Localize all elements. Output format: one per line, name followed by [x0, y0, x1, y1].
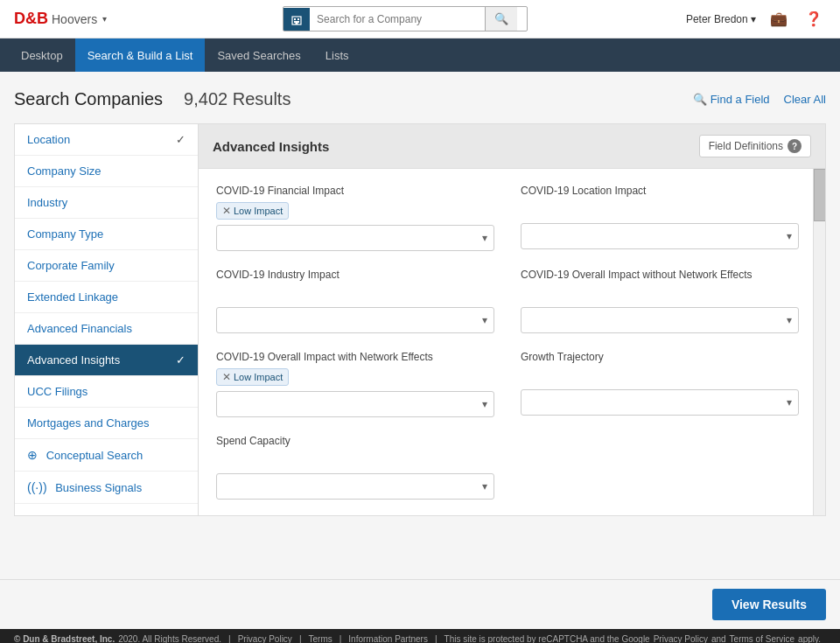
select-covid19-overall-no-network[interactable]	[521, 307, 799, 333]
nav-bar: Desktop Search & Build a List Saved Sear…	[0, 38, 840, 72]
select-wrapper-spend-capacity: ▾	[216, 473, 494, 500]
svg-rect-5	[296, 21, 298, 24]
svg-rect-2	[298, 18, 299, 20]
nav-search-build-list[interactable]: Search & Build a List	[75, 38, 206, 72]
sidebar-label-ucc-filings: UCC Filings	[27, 385, 88, 398]
sidebar-item-extended-linkage[interactable]: Extended Linkage	[15, 282, 198, 313]
panel-body: COVID-19 Financial Impact ✕ Low Impact	[199, 169, 825, 515]
search-submit-button[interactable]: 🔍	[485, 7, 517, 31]
footer-bar: © Dun & Bradstreet, Inc. 2020. All Right…	[0, 629, 840, 643]
nav-desktop[interactable]: Desktop	[9, 38, 75, 72]
sidebar-label-industry: Industry	[27, 196, 67, 209]
results-count: 9,402 Results	[184, 89, 693, 109]
footer-apply: apply.	[798, 634, 821, 643]
label-growth-trajectory: Growth Trajectory	[521, 351, 799, 363]
select-covid19-overall-network[interactable]	[216, 391, 494, 417]
field-definitions-button[interactable]: Field Definitions ?	[699, 135, 811, 157]
select-wrapper-location-impact: ▾	[521, 223, 799, 249]
sidebar-label-extended-linkage: Extended Linkage	[27, 290, 118, 304]
footer-terms-of-service-link[interactable]: Terms of Service	[730, 634, 794, 643]
sidebar-item-ucc-filings[interactable]: UCC Filings	[15, 376, 198, 408]
sidebar-item-mortgages-charges[interactable]: Mortgages and Charges	[15, 408, 198, 439]
sidebar-item-location[interactable]: Location ✓	[15, 124, 198, 156]
tag-row-covid19-industry-impact	[216, 286, 494, 302]
remove-tag-financial-icon[interactable]: ✕	[222, 205, 231, 217]
nav-lists[interactable]: Lists	[313, 38, 361, 72]
page-header: Search Companies 9,402 Results 🔍 Find a …	[14, 89, 826, 109]
scrollbar-track[interactable]	[813, 169, 825, 515]
main-panel: Advanced Insights Field Definitions ? CO…	[199, 124, 825, 515]
search-bar-area: 🔍	[124, 6, 686, 31]
logo-hoovers: Hoovers	[52, 12, 97, 26]
sidebar-item-company-type[interactable]: Company Type	[15, 219, 198, 250]
scrollbar-thumb[interactable]	[814, 169, 825, 221]
footer-privacy-policy-link[interactable]: Privacy Policy	[238, 634, 292, 643]
sidebar-item-conceptual-search[interactable]: ⊕ Conceptual Search	[15, 439, 198, 472]
field-covid19-financial-impact: COVID-19 Financial Impact ✕ Low Impact	[216, 185, 494, 251]
tag-row-spend-capacity	[216, 452, 494, 468]
footer-and: and	[711, 634, 726, 643]
sidebar-label-advanced-insights: Advanced Insights	[27, 353, 120, 367]
sidebar-item-business-signals[interactable]: ((·)) Business Signals	[15, 472, 198, 504]
footer-information-partners-link[interactable]: Information Partners	[348, 634, 428, 643]
select-covid19-industry-impact[interactable]	[216, 307, 494, 333]
view-results-button[interactable]: View Results	[712, 589, 826, 620]
sidebar-item-corporate-family[interactable]: Corporate Family	[15, 250, 198, 282]
bottom-bar: View Results	[0, 579, 840, 629]
tag-low-impact-financial: ✕ Low Impact	[216, 202, 289, 220]
select-wrapper-financial-impact: ▾	[216, 225, 494, 251]
sidebar-item-advanced-insights[interactable]: Advanced Insights ✓	[15, 345, 198, 376]
business-signals-icon: ((·))	[27, 480, 47, 494]
footer-terms-link[interactable]: Terms	[308, 634, 332, 643]
form-grid: COVID-19 Financial Impact ✕ Low Impact	[216, 185, 799, 500]
tag-label-financial: Low Impact	[234, 206, 283, 216]
header-actions: 🔍 Find a Field Clear All	[693, 93, 826, 106]
sidebar-item-company-size[interactable]: Company Size	[15, 156, 198, 187]
label-covid19-industry-impact: COVID-19 Industry Impact	[216, 269, 494, 281]
logo-area: D&B Hoovers ▾	[14, 10, 107, 28]
help-icon-button[interactable]: ❓	[802, 7, 826, 31]
footer-privacy-policy2-link[interactable]: Privacy Policy	[654, 634, 708, 643]
page-title: Search Companies	[14, 89, 163, 109]
footer-copyright: © Dun & Bradstreet, Inc.	[14, 634, 115, 643]
field-definitions-label: Field Definitions	[709, 140, 783, 152]
magnifier-icon: 🔍	[693, 93, 707, 106]
sidebar-label-location: Location	[27, 133, 70, 146]
label-covid19-overall-no-network: COVID-19 Overall Impact without Network …	[521, 269, 799, 281]
field-covid19-industry-impact: COVID-19 Industry Impact ▾	[216, 269, 494, 333]
field-growth-trajectory: Growth Trajectory ▾	[521, 351, 799, 417]
main-container: Search Companies 9,402 Results 🔍 Find a …	[0, 72, 840, 579]
select-wrapper-overall-network: ▾	[216, 391, 494, 417]
svg-rect-1	[294, 18, 296, 20]
sidebar-label-company-size: Company Size	[27, 164, 102, 178]
conceptual-search-icon: ⊕	[27, 448, 38, 462]
label-covid19-location-impact: COVID-19 Location Impact	[521, 185, 799, 197]
sidebar-label-conceptual-search: Conceptual Search	[46, 449, 144, 462]
tag-low-impact-network: ✕ Low Impact	[216, 368, 289, 386]
logo-dropdown-icon[interactable]: ▾	[102, 14, 107, 24]
select-growth-trajectory[interactable]	[521, 389, 799, 416]
sidebar-label-business-signals: Business Signals	[55, 481, 142, 494]
briefcase-icon-button[interactable]: 💼	[766, 7, 791, 31]
user-name[interactable]: Peter Bredon ▾	[686, 13, 756, 25]
label-spend-capacity: Spend Capacity	[216, 435, 494, 447]
search-bar-wrapper: 🔍	[283, 6, 528, 31]
select-spend-capacity[interactable]	[216, 473, 494, 500]
sidebar-item-industry[interactable]: Industry	[15, 187, 198, 219]
search-bar-building-icon	[284, 8, 310, 31]
select-covid19-location-impact[interactable]	[521, 223, 799, 249]
panel-header: Advanced Insights Field Definitions ?	[199, 124, 825, 169]
tag-row-covid19-financial-impact: ✕ Low Impact	[216, 202, 494, 220]
find-a-field-button[interactable]: 🔍 Find a Field	[693, 93, 770, 106]
select-covid19-financial-impact[interactable]	[216, 225, 494, 251]
label-covid19-overall-network: COVID-19 Overall Impact with Network Eff…	[216, 351, 494, 363]
sidebar-label-advanced-financials: Advanced Financials	[27, 322, 132, 335]
sidebar-item-advanced-financials[interactable]: Advanced Financials	[15, 313, 198, 345]
remove-tag-network-icon[interactable]: ✕	[222, 371, 231, 383]
sidebar: Location ✓ Company Size Industry Company…	[15, 124, 199, 515]
clear-all-button[interactable]: Clear All	[784, 93, 826, 106]
field-spend-capacity: Spend Capacity ▾	[216, 435, 494, 500]
company-search-input[interactable]	[310, 8, 485, 31]
field-covid19-overall-no-network: COVID-19 Overall Impact without Network …	[521, 269, 799, 333]
nav-saved-searches[interactable]: Saved Searches	[205, 38, 312, 72]
